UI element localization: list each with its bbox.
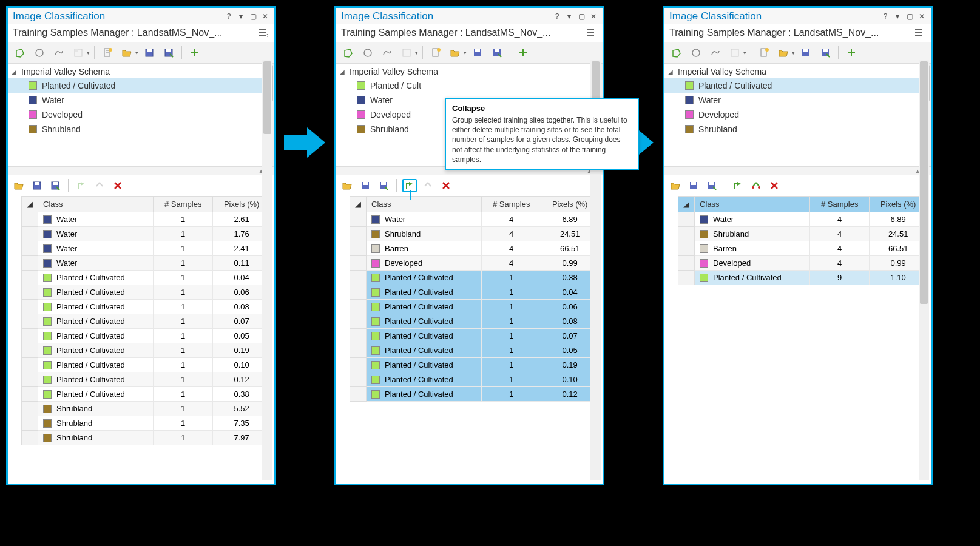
row-handle[interactable] [350, 329, 367, 343]
schema-item[interactable]: Water [664, 93, 931, 107]
row-handle[interactable] [22, 300, 38, 314]
table-row[interactable]: Planted / Cultivated10.12 [350, 387, 599, 402]
row-handle[interactable] [350, 271, 367, 285]
schema-item[interactable]: Developed [664, 107, 931, 122]
row-handle[interactable] [678, 241, 695, 256]
table-row[interactable]: Planted / Cultivated10.04 [350, 285, 599, 300]
add-class-icon[interactable] [515, 45, 532, 61]
row-handle[interactable] [22, 431, 38, 445]
table-row[interactable]: Developed40.99 [678, 256, 927, 271]
save-samples-icon[interactable] [30, 179, 44, 192]
maximize-button[interactable]: ▢ [248, 12, 259, 21]
row-handle[interactable] [22, 212, 38, 227]
table-row[interactable]: Planted / Cultivated10.19 [350, 358, 599, 372]
table-row[interactable]: Shrubland424.51 [350, 227, 599, 241]
table-row[interactable]: Planted / Cultivated10.05 [22, 329, 271, 343]
schema-root[interactable]: ◢ Imperial Valley Schema [8, 65, 274, 78]
freehand-tool-icon[interactable] [707, 45, 724, 61]
menu-icon[interactable] [913, 27, 926, 38]
freehand-tool-icon[interactable] [379, 45, 396, 61]
maximize-button[interactable]: ▢ [904, 12, 915, 21]
row-handle[interactable] [678, 212, 695, 227]
table-row[interactable]: Shrubland15.52 [22, 402, 271, 416]
help-button[interactable]: ? [552, 12, 563, 21]
row-handle[interactable] [350, 314, 367, 329]
add-class-icon[interactable] [843, 45, 860, 61]
collapse-icon[interactable] [731, 179, 745, 192]
table-row[interactable]: Planted / Cultivated10.06 [350, 300, 599, 314]
row-handle[interactable] [350, 372, 367, 387]
row-handle[interactable] [22, 227, 38, 241]
row-handle[interactable] [350, 300, 367, 314]
dropdown-caret-icon[interactable]: ▾ [135, 50, 138, 56]
schema-item[interactable]: Water [8, 93, 274, 107]
row-handle[interactable] [350, 212, 367, 227]
table-row[interactable]: Planted / Cultivated10.04 [22, 271, 271, 285]
collapse-icon[interactable] [402, 179, 417, 192]
menu-icon[interactable] [584, 27, 598, 38]
table-row[interactable]: Developed40.99 [350, 256, 599, 271]
save-samples-icon[interactable] [686, 179, 701, 192]
help-button[interactable]: ? [223, 12, 234, 21]
save-schema-icon[interactable] [141, 45, 158, 61]
schema-item[interactable]: Developed [8, 107, 274, 122]
table-row[interactable]: Planted / Cultivated10.07 [22, 314, 271, 329]
row-handle[interactable] [22, 271, 38, 285]
autohide-button[interactable]: ▾ [564, 12, 575, 21]
scrollbar[interactable] [262, 60, 272, 480]
table-row[interactable]: Planted / Cultivated10.10 [350, 372, 599, 387]
row-handle[interactable] [22, 402, 38, 416]
table-row[interactable]: Planted / Cultivated10.12 [22, 372, 271, 387]
open-schema-icon[interactable] [775, 45, 792, 61]
table-row[interactable]: Planted / Cultivated10.08 [350, 314, 599, 329]
table-row[interactable]: Planted / Cultivated10.19 [22, 343, 271, 358]
freehand-tool-icon[interactable] [50, 45, 67, 61]
col-samples[interactable]: # Samples [154, 197, 213, 212]
polygon-tool-icon[interactable] [12, 45, 29, 61]
circle-tool-icon[interactable] [359, 45, 376, 61]
circle-tool-icon[interactable] [31, 45, 48, 61]
row-handle[interactable] [22, 358, 38, 372]
table-row[interactable]: Planted / Cultivated10.38 [22, 387, 271, 402]
table-row[interactable]: Water12.61 [22, 212, 271, 227]
save-edits-icon[interactable] [488, 45, 505, 61]
expand-icon[interactable] [749, 179, 763, 192]
new-schema-icon[interactable] [99, 45, 116, 61]
table-row[interactable]: Water10.11 [22, 256, 271, 271]
row-handle[interactable] [350, 387, 367, 402]
row-handle[interactable] [22, 285, 38, 300]
save-schema-icon[interactable] [469, 45, 486, 61]
table-row[interactable]: Barren466.51 [678, 241, 927, 256]
row-handle[interactable] [678, 227, 695, 241]
row-handle[interactable] [350, 241, 367, 256]
schema-item[interactable]: Shrubland [664, 122, 931, 136]
add-class-icon[interactable] [186, 45, 203, 61]
row-handle[interactable] [350, 358, 367, 372]
table-row[interactable]: Shrubland17.97 [22, 431, 271, 445]
dropdown-caret-icon[interactable]: ▾ [87, 50, 90, 56]
save-samples-edits-icon[interactable] [705, 179, 719, 192]
save-samples-icon[interactable] [358, 179, 373, 192]
row-handle[interactable] [22, 241, 38, 256]
row-header-corner[interactable]: ◢ [22, 197, 38, 212]
save-samples-edits-icon[interactable] [48, 179, 63, 192]
help-button[interactable]: ? [880, 12, 891, 21]
open-samples-icon[interactable] [668, 179, 683, 192]
row-handle[interactable] [678, 271, 695, 285]
open-samples-icon[interactable] [12, 179, 26, 192]
col-class[interactable]: Class [38, 197, 154, 212]
open-samples-icon[interactable] [340, 179, 354, 192]
open-schema-icon[interactable] [447, 45, 464, 61]
close-button[interactable]: ✕ [916, 12, 927, 21]
expand-arrow-icon[interactable]: ◢ [12, 69, 19, 75]
scrollbar[interactable] [919, 60, 929, 480]
table-row[interactable]: Planted / Cultivated10.06 [22, 285, 271, 300]
row-handle[interactable] [22, 372, 38, 387]
table-row[interactable]: Water12.41 [22, 241, 271, 256]
delete-icon[interactable] [110, 179, 125, 192]
circle-tool-icon[interactable] [688, 45, 705, 61]
table-row[interactable]: Water11.76 [22, 227, 271, 241]
table-row[interactable]: Planted / Cultivated10.10 [22, 358, 271, 372]
row-handle[interactable] [350, 285, 367, 300]
row-handle[interactable] [22, 329, 38, 343]
